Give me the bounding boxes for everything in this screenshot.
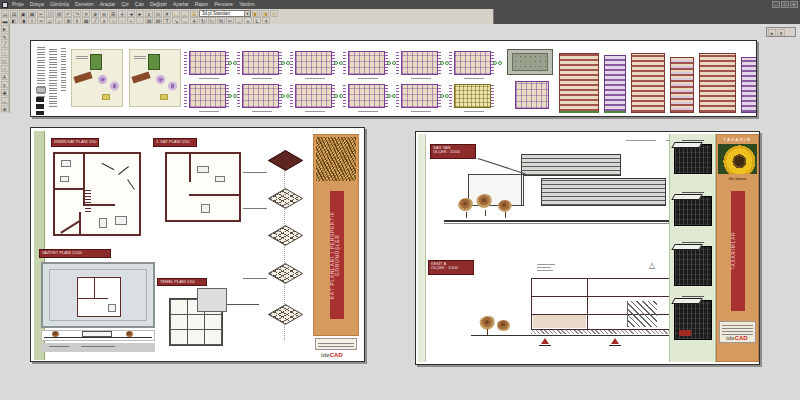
copy-icon[interactable]: ◫	[46, 10, 54, 17]
circle-tool-icon[interactable]: ○	[118, 17, 126, 24]
floor-plan-cell[interactable]	[448, 82, 501, 115]
ortho-icon[interactable]: ∟	[172, 10, 180, 17]
maximize-button[interactable]: □	[781, 1, 789, 8]
floor-plan-cell[interactable]	[395, 82, 448, 115]
undo-icon[interactable]: ↶	[64, 10, 72, 17]
circle-tool-icon[interactable]: ○	[1, 49, 9, 56]
floor-plan-drawing[interactable]	[242, 84, 279, 108]
menu-yard-m[interactable]: Yardım	[239, 0, 255, 9]
menu--at-[interactable]: Çatı	[135, 0, 144, 9]
add-tool-icon[interactable]: ✚	[1, 89, 9, 96]
fillet-tool-icon[interactable]: L	[253, 17, 261, 24]
door-tool-icon[interactable]: ◧	[10, 17, 18, 24]
column-tool-icon[interactable]: ▯	[28, 17, 36, 24]
paste-icon[interactable]: ▥	[55, 10, 63, 17]
render-thumbnail-strip[interactable]	[669, 134, 716, 362]
floor-plan-drawing[interactable]	[189, 51, 226, 75]
layer-tool-icon[interactable]: ≡	[1, 81, 9, 88]
close-button[interactable]: ✕	[790, 1, 798, 8]
roof-tool-icon[interactable]: ⌂	[55, 17, 63, 24]
zoom-tool-icon[interactable]: ⊕	[1, 105, 9, 112]
floor-plan-drawing[interactable]	[189, 84, 226, 108]
elevation-strip[interactable]	[559, 49, 757, 113]
menu-denetim[interactable]: Denetim	[75, 0, 94, 9]
floor-plan-drawing[interactable]	[295, 84, 332, 108]
axonometric-floor-diagram[interactable]	[267, 146, 305, 176]
menu-ayarlar[interactable]: Ayarlar	[173, 0, 189, 9]
menu-de-i-tir[interactable]: Değiştir	[150, 0, 167, 9]
wall-tool-icon[interactable]: ▬	[1, 17, 9, 24]
minimize-button[interactable]: –	[772, 1, 780, 8]
text-tool-icon[interactable]: A	[1, 73, 9, 80]
space-tool-icon[interactable]: ▦	[82, 17, 90, 24]
beam-tool-icon[interactable]: ═	[37, 17, 45, 24]
building-elevation[interactable]	[604, 55, 626, 113]
grid-icon[interactable]: #	[163, 10, 171, 17]
float-dock-left-button[interactable]: ▸	[768, 29, 776, 36]
floor-plan-drawing[interactable]	[454, 51, 491, 75]
region-tool-icon[interactable]: ▧	[154, 17, 162, 24]
scale-tool-icon[interactable]: %	[217, 17, 225, 24]
open-file-icon[interactable]: ▤	[10, 10, 18, 17]
axonometric-floor-diagram[interactable]	[267, 221, 305, 251]
move-tool-icon[interactable]: ✛	[190, 17, 198, 24]
save-file-icon[interactable]: ▣	[19, 10, 27, 17]
floor-plan-1[interactable]	[53, 152, 141, 236]
chevron-down-icon[interactable]: ▾	[244, 11, 250, 16]
zoom-in-icon[interactable]: ⊕	[91, 10, 99, 17]
mirror-tool-icon[interactable]: ▷	[208, 17, 216, 24]
floor-plan-cell[interactable]	[183, 82, 236, 115]
redo-icon[interactable]: ↷	[73, 10, 81, 17]
floor-plan-cell[interactable]	[236, 82, 289, 115]
offset-tool-icon[interactable]: »	[244, 17, 252, 24]
floor-plan-drawing[interactable]	[401, 51, 438, 75]
building-elevation[interactable]	[631, 53, 666, 113]
building-elevation[interactable]	[699, 53, 735, 113]
floor-plan-drawing[interactable]	[401, 84, 438, 108]
leader-tool-icon[interactable]: ↘	[172, 17, 180, 24]
menu-dosya[interactable]: Dosya	[30, 0, 44, 9]
building-elevation[interactable]	[670, 57, 694, 113]
site-context-plan[interactable]	[41, 262, 155, 328]
zoom-window-icon[interactable]: ⊞	[109, 10, 117, 17]
floor-plan-cell[interactable]	[183, 49, 236, 82]
menu--iz[interactable]: Çiz	[122, 0, 129, 9]
float-dock-down-button[interactable]: ▾	[777, 29, 785, 36]
building-elevation[interactable]	[741, 57, 757, 113]
text-tool-icon[interactable]: T	[163, 17, 171, 24]
next-view-icon[interactable]: ►	[136, 10, 144, 17]
object-snap-icon[interactable]: ◎	[154, 10, 162, 17]
render-thumbnail[interactable]	[674, 300, 712, 340]
floor-plan-grid[interactable]	[183, 49, 505, 113]
rectangle-tool-icon[interactable]: □	[1, 57, 9, 64]
floor-plan-drawing-olive[interactable]	[454, 84, 491, 108]
floor-plan-cell[interactable]	[448, 49, 501, 82]
style-combobox[interactable]: 3d.pl Standart▾	[199, 10, 251, 17]
floor-plan-drawing[interactable]	[348, 51, 385, 75]
arc-tool-icon[interactable]: ∩	[109, 17, 117, 24]
building-elevation[interactable]	[559, 53, 599, 113]
polyline-tool-icon[interactable]: ∧	[100, 17, 108, 24]
railing-tool-icon[interactable]: ∥	[73, 17, 81, 24]
measure-icon[interactable]: ↔	[181, 10, 189, 17]
sheet-floor-plans[interactable]: ZEMİN KAT PLANI 1/50 1. KAT PLANI 1/50 V…	[30, 127, 365, 362]
spline-tool-icon[interactable]: ~	[127, 17, 135, 24]
sheet-overview-layouts[interactable]	[30, 40, 757, 117]
layers-icon[interactable]: ≡	[145, 10, 153, 17]
menu-rapor[interactable]: Rapor	[195, 0, 209, 9]
render-thumbnail[interactable]	[674, 246, 712, 286]
render-thumbnail[interactable]	[674, 144, 712, 174]
floor-plan-cell[interactable]	[395, 49, 448, 82]
cut-icon[interactable]: ✂	[37, 10, 45, 17]
zoom-out-icon[interactable]: ⊖	[100, 10, 108, 17]
extend-tool-icon[interactable]: →	[235, 17, 243, 24]
floor-plan-drawing[interactable]	[242, 51, 279, 75]
axonometric-floor-diagram[interactable]	[267, 300, 305, 330]
rotate-tool-icon[interactable]: ↻	[199, 17, 207, 24]
hatch-tool-icon[interactable]: ▨	[145, 17, 153, 24]
delete-icon[interactable]: ✕	[82, 10, 90, 17]
menu-ara-lar[interactable]: Araçlar	[100, 0, 116, 9]
floor-plan-drawing[interactable]	[348, 84, 385, 108]
shade-mode-icon[interactable]: ◨	[261, 10, 269, 17]
floor-plan-cell[interactable]	[289, 49, 342, 82]
